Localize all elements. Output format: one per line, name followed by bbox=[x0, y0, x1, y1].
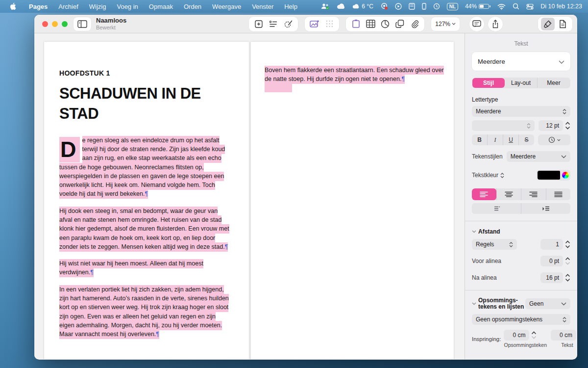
paragraph-4[interactable]: In een verlaten portiek liet hij zich za… bbox=[59, 285, 229, 339]
comment-button[interactable] bbox=[469, 17, 484, 31]
page2-paragraph-1-text[interactable]: Boven hem flakkerde een straatlantaarn. … bbox=[265, 67, 444, 82]
device-icon[interactable] bbox=[422, 3, 426, 10]
underline-button[interactable]: U bbox=[503, 134, 518, 145]
document-settings-button[interactable] bbox=[556, 18, 569, 30]
menubar-clock[interactable]: Di 10 feb 12:23 bbox=[540, 3, 582, 10]
menu-wijzig[interactable]: Wijzig bbox=[84, 3, 112, 10]
paragraph-1[interactable]: De regen sloeg als een eindeloze drum op… bbox=[59, 136, 229, 199]
share-button[interactable] bbox=[488, 17, 503, 31]
strikethrough-button[interactable]: S bbox=[518, 134, 534, 145]
tab-stijl[interactable]: Stijl bbox=[472, 78, 505, 88]
paragraph-style-dropdown[interactable]: Meerdere bbox=[472, 52, 570, 71]
close-button[interactable] bbox=[42, 21, 48, 27]
text-indent-field[interactable]: 0 cm bbox=[551, 330, 576, 341]
before-paragraph-field[interactable]: 0 pt bbox=[540, 256, 563, 266]
style-button[interactable] bbox=[281, 18, 295, 30]
outdent-button[interactable] bbox=[472, 203, 521, 214]
input-source-badge[interactable]: NL bbox=[447, 3, 458, 10]
minimize-button[interactable] bbox=[52, 21, 58, 27]
page2-paragraph-1[interactable]: Boven hem flakkerde een straatlantaarn. … bbox=[265, 66, 444, 84]
wallet-icon[interactable] bbox=[409, 3, 415, 10]
line-spacing-dropdown[interactable]: Regels bbox=[472, 239, 517, 250]
screen-record-icon[interactable] bbox=[380, 3, 388, 10]
textbox-button[interactable] bbox=[349, 18, 363, 30]
font-size-stepper[interactable] bbox=[565, 122, 570, 130]
align-right-button[interactable] bbox=[521, 188, 546, 200]
line-spacing-field[interactable]: 1 bbox=[540, 239, 563, 250]
paragraph-2[interactable]: Hij dook een steeg in, smal en bedompt, … bbox=[59, 207, 229, 251]
menu-voeg-in[interactable]: Voeg in bbox=[111, 3, 143, 10]
control-center-icon[interactable] bbox=[526, 3, 534, 10]
wifi-icon[interactable] bbox=[497, 3, 506, 10]
advanced-text-options-button[interactable] bbox=[538, 134, 570, 145]
updown-chevrons-icon[interactable] bbox=[500, 173, 504, 178]
align-justify-button[interactable] bbox=[546, 188, 571, 200]
chapter-title[interactable]: SCHADUWEN IN DE STAD bbox=[59, 83, 229, 124]
zoom-dropdown[interactable]: 127% bbox=[431, 17, 460, 31]
body-text[interactable]: De regen sloeg als een eindeloze drum op… bbox=[59, 136, 229, 339]
after-paragraph-field[interactable]: 16 pt bbox=[540, 272, 563, 283]
weather-item[interactable]: 6 °C bbox=[352, 3, 373, 10]
color-wheel-button[interactable] bbox=[562, 171, 569, 179]
document-page-1[interactable]: HOOFDSTUK 1 SCHADUWEN IN DE STAD De rege… bbox=[44, 42, 249, 359]
after-paragraph-stepper[interactable] bbox=[565, 274, 570, 282]
spotlight-search-icon[interactable] bbox=[513, 3, 519, 10]
before-paragraph-stepper[interactable] bbox=[565, 257, 570, 265]
format-button[interactable] bbox=[541, 18, 555, 30]
contents-button[interactable] bbox=[267, 18, 280, 30]
paragraph-3-text[interactable]: Hij wist niet waar hij heen moest. Allee… bbox=[59, 261, 203, 276]
menu-opmaak[interactable]: Opmaak bbox=[144, 3, 178, 10]
bullet-indent-stepper[interactable] bbox=[531, 331, 537, 339]
menu-archief[interactable]: Archief bbox=[53, 3, 83, 10]
char-styles-dropdown[interactable]: Meerdere bbox=[507, 151, 570, 162]
paragraph-4-text[interactable]: In een verlaten portiek liet hij zich za… bbox=[59, 286, 229, 338]
char-styles-label: Tekenstijlen bbox=[472, 153, 503, 160]
paragraph-2-text[interactable]: Hij dook een steeg in, smal en bedompt, … bbox=[59, 208, 229, 250]
battery-indicator[interactable]: 44% bbox=[465, 3, 490, 10]
line-spacing-stepper[interactable] bbox=[565, 240, 570, 248]
zoom-button[interactable] bbox=[62, 21, 68, 27]
bullets-dropdown[interactable]: Geen bbox=[525, 298, 570, 309]
menu-pages[interactable]: Pages bbox=[24, 3, 53, 10]
menu-orden[interactable]: Orden bbox=[178, 3, 207, 10]
menu-weergave[interactable]: Weergave bbox=[207, 3, 246, 10]
chapter-kicker[interactable]: HOOFDSTUK 1 bbox=[59, 69, 229, 77]
font-size-field[interactable]: 12 pt bbox=[539, 120, 563, 131]
bullet-type-dropdown[interactable]: Geen opsommingstekens bbox=[472, 314, 570, 325]
chart-button[interactable] bbox=[378, 18, 392, 30]
add-page-button[interactable] bbox=[252, 18, 266, 30]
pilcrow-mark: ¶ bbox=[145, 191, 148, 198]
menu-venster[interactable]: Venster bbox=[246, 3, 279, 10]
paragraph-1-text[interactable]: e regen sloeg als een eindeloze drum op … bbox=[59, 137, 225, 198]
bullets-section-label[interactable]: Opsommings- tekens en lijsten bbox=[478, 297, 524, 310]
spacing-section-header[interactable]: Afstand bbox=[465, 228, 577, 235]
font-style-dropdown[interactable] bbox=[472, 120, 535, 131]
attachment-button[interactable] bbox=[408, 18, 421, 30]
tab-meer[interactable]: Meer bbox=[537, 78, 570, 88]
tab-lay-out[interactable]: Lay-out bbox=[505, 78, 537, 88]
font-section-label: Lettertype bbox=[472, 96, 570, 103]
menu-help[interactable]: Help bbox=[279, 3, 303, 10]
shapes-button[interactable] bbox=[393, 18, 407, 30]
italic-button[interactable]: I bbox=[487, 134, 503, 145]
bullet-indent-field[interactable]: 0 cm bbox=[504, 330, 529, 341]
bold-button[interactable]: B bbox=[472, 134, 487, 145]
document-canvas[interactable]: HOOFDSTUK 1 SCHADUWEN IN DE STAD De rege… bbox=[34, 33, 465, 359]
apple-menu-icon[interactable] bbox=[10, 2, 17, 10]
view-sidebar-button[interactable] bbox=[74, 17, 91, 31]
indent-button[interactable] bbox=[521, 203, 570, 214]
text-color-swatch[interactable] bbox=[538, 171, 560, 180]
font-family-dropdown[interactable]: Meerdere bbox=[472, 106, 570, 117]
selected-empty-paragraph[interactable] bbox=[265, 84, 292, 92]
align-left-button[interactable] bbox=[472, 188, 496, 200]
paragraph-3[interactable]: Hij wist niet waar hij heen moest. Allee… bbox=[59, 260, 229, 278]
cloud-icon[interactable] bbox=[337, 3, 345, 9]
table-button[interactable] bbox=[364, 18, 377, 30]
users-status-icon[interactable] bbox=[321, 3, 330, 10]
drop-cap[interactable]: D bbox=[59, 137, 80, 162]
play-circle-icon[interactable] bbox=[395, 3, 402, 10]
document-page-2[interactable]: Boven hem flakkerde een straatlantaarn. … bbox=[251, 42, 454, 359]
align-center-button[interactable] bbox=[496, 188, 521, 200]
media-button[interactable] bbox=[308, 18, 321, 30]
time-machine-icon[interactable] bbox=[433, 3, 440, 10]
